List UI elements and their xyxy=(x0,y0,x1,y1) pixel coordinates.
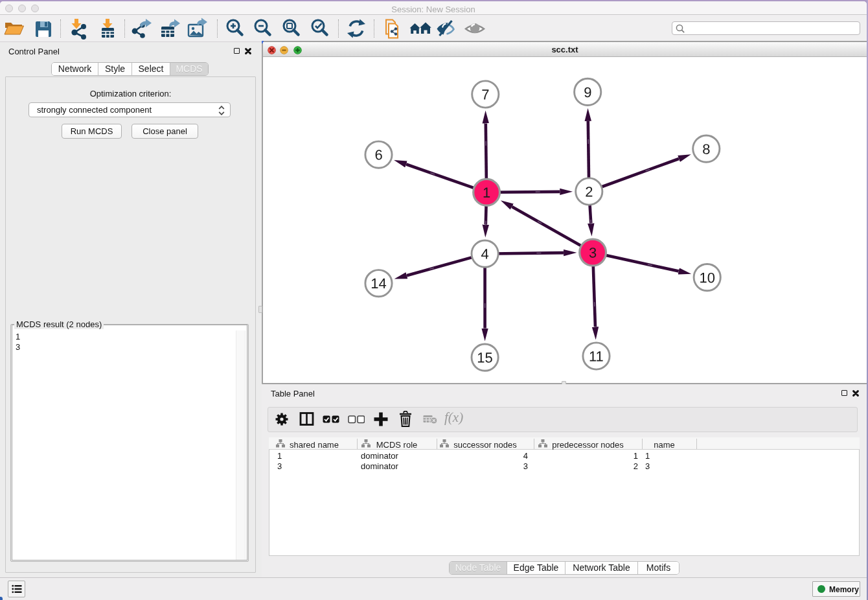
svg-text:4: 4 xyxy=(481,246,488,262)
svg-text:14: 14 xyxy=(371,275,386,292)
svg-text:15: 15 xyxy=(477,350,492,366)
svg-text:9: 9 xyxy=(584,84,591,100)
svg-text:6: 6 xyxy=(374,147,382,163)
svg-text:2: 2 xyxy=(585,184,593,200)
svg-text:1: 1 xyxy=(483,185,490,201)
svg-text:8: 8 xyxy=(702,141,710,157)
svg-text:3: 3 xyxy=(589,245,597,261)
svg-text:11: 11 xyxy=(589,349,604,365)
svg-text:10: 10 xyxy=(699,270,714,286)
svg-text:7: 7 xyxy=(481,86,489,102)
